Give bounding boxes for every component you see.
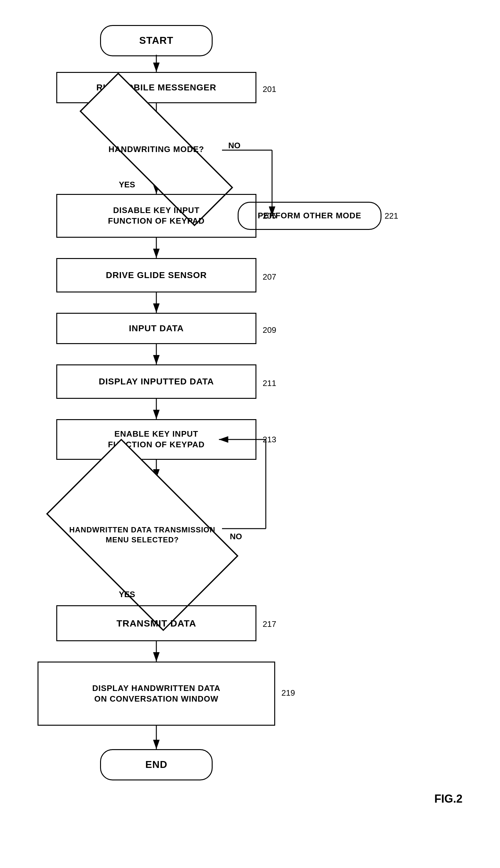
handwriting-mode-diamond-container: HANDWRITING MODE? — [75, 122, 238, 177]
ref-219: 219 — [282, 688, 295, 698]
transmit-data-node: TRANSMIT DATA — [56, 605, 257, 641]
end-node: END — [100, 749, 213, 780]
ref-221: 221 — [385, 211, 398, 221]
display-handwritten-data-node: DISPLAY HANDWRITTEN DATA ON CONVERSATION… — [37, 662, 275, 726]
no-transmission-label: NO — [230, 532, 242, 541]
ref-207: 207 — [263, 272, 276, 282]
disable-key-input-node: DISABLE KEY INPUT FUNCTION OF KEYPAD — [56, 194, 257, 238]
perform-other-mode-node: PERFORM OTHER MODE — [238, 202, 382, 230]
display-inputted-data-node: DISPLAY INPUTTED DATA — [56, 364, 257, 399]
figure-label: FIG.2 — [434, 792, 463, 805]
ref-211: 211 — [263, 379, 276, 388]
input-data-node: INPUT DATA — [56, 313, 257, 344]
ref-217: 217 — [263, 619, 276, 629]
enable-key-input-node: ENABLE KEY INPUT FUNCTION OF KEYPAD — [56, 419, 257, 460]
run-mobile-messenger-node: RUN MOBILE MESSENGER — [56, 72, 257, 103]
no-handwriting-label: NO — [228, 141, 240, 150]
ref-213: 213 — [263, 435, 276, 444]
ref-209: 209 — [263, 325, 276, 335]
ref-201: 201 — [263, 84, 276, 94]
transmission-menu-diamond-container: HANDWRITTEN DATA TRANSMISSION MENU SELEC… — [59, 482, 225, 588]
start-node: START — [100, 25, 213, 56]
transmission-menu-label: HANDWRITTEN DATA TRANSMISSION MENU SELEC… — [59, 482, 225, 588]
handwriting-mode-label: HANDWRITING MODE? — [75, 122, 238, 177]
ref-205: 205 — [263, 211, 276, 221]
drive-glide-sensor-node: DRIVE GLIDE SENSOR — [56, 258, 257, 292]
yes-transmission-label: YES — [119, 590, 135, 599]
yes-handwriting-label: YES — [119, 180, 135, 190]
flowchart-diagram: START RUN MOBILE MESSENGER 201 203 HANDW… — [0, 0, 500, 868]
